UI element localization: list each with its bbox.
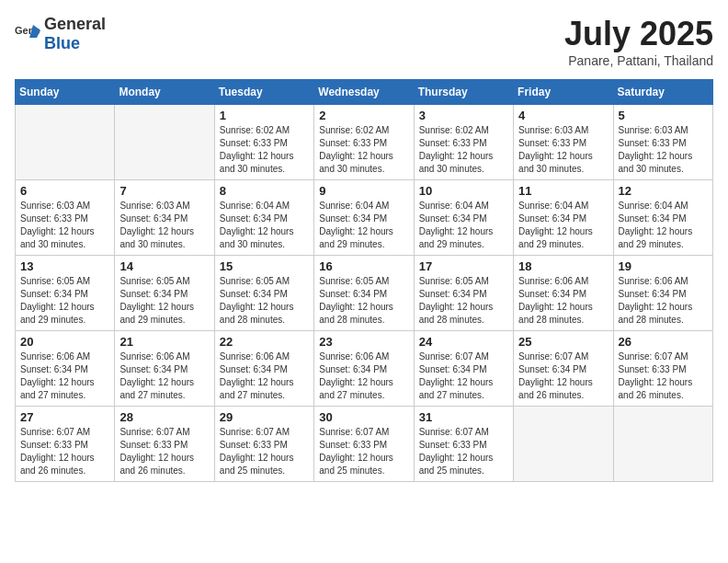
calendar-cell: 25Sunrise: 6:07 AMSunset: 6:34 PMDayligh… [514, 331, 613, 407]
day-detail: Sunrise: 6:06 AMSunset: 6:34 PMDaylight:… [319, 350, 408, 402]
logo: General General Blue [15, 15, 106, 53]
calendar-cell: 10Sunrise: 6:04 AMSunset: 6:34 PMDayligh… [414, 180, 513, 256]
day-number: 16 [319, 259, 408, 273]
calendar-cell [115, 105, 214, 180]
calendar-cell: 1Sunrise: 6:02 AMSunset: 6:33 PMDaylight… [214, 105, 313, 180]
day-number: 21 [119, 335, 209, 349]
weekday-header-saturday: Saturday [613, 80, 712, 105]
calendar-cell: 20Sunrise: 6:06 AMSunset: 6:34 PMDayligh… [16, 331, 115, 407]
day-number: 8 [220, 184, 309, 198]
day-detail: Sunrise: 6:04 AMSunset: 6:34 PMDaylight:… [619, 200, 708, 251]
calendar-cell: 30Sunrise: 6:07 AMSunset: 6:33 PMDayligh… [314, 407, 414, 482]
day-number: 17 [419, 259, 508, 273]
calendar-cell: 5Sunrise: 6:03 AMSunset: 6:33 PMDaylight… [613, 105, 712, 180]
calendar-cell [514, 407, 613, 482]
day-number: 2 [319, 109, 408, 122]
calendar-cell: 29Sunrise: 6:07 AMSunset: 6:33 PMDayligh… [214, 407, 313, 482]
day-detail: Sunrise: 6:03 AMSunset: 6:33 PMDaylight:… [518, 124, 608, 176]
calendar-cell: 2Sunrise: 6:02 AMSunset: 6:33 PMDaylight… [314, 105, 414, 180]
day-detail: Sunrise: 6:04 AMSunset: 6:34 PMDaylight:… [220, 200, 309, 251]
day-detail: Sunrise: 6:05 AMSunset: 6:34 PMDaylight:… [119, 275, 209, 327]
day-detail: Sunrise: 6:05 AMSunset: 6:34 PMDaylight:… [220, 275, 309, 327]
day-number: 18 [518, 259, 608, 273]
day-detail: Sunrise: 6:04 AMSunset: 6:34 PMDaylight:… [419, 200, 508, 251]
weekday-header-tuesday: Tuesday [214, 80, 313, 105]
calendar-week-row: 13Sunrise: 6:05 AMSunset: 6:34 PMDayligh… [16, 256, 713, 331]
day-detail: Sunrise: 6:07 AMSunset: 6:33 PMDaylight:… [119, 426, 209, 477]
day-detail: Sunrise: 6:05 AMSunset: 6:34 PMDaylight:… [319, 275, 408, 327]
calendar-cell: 7Sunrise: 6:03 AMSunset: 6:34 PMDaylight… [115, 180, 214, 256]
calendar-cell: 6Sunrise: 6:03 AMSunset: 6:33 PMDaylight… [16, 180, 115, 256]
weekday-header-friday: Friday [514, 80, 613, 105]
calendar-week-row: 27Sunrise: 6:07 AMSunset: 6:33 PMDayligh… [16, 407, 713, 482]
calendar-week-row: 20Sunrise: 6:06 AMSunset: 6:34 PMDayligh… [16, 331, 713, 407]
calendar-cell: 11Sunrise: 6:04 AMSunset: 6:34 PMDayligh… [514, 180, 613, 256]
day-detail: Sunrise: 6:07 AMSunset: 6:33 PMDaylight:… [220, 426, 309, 477]
day-number: 25 [518, 335, 608, 349]
calendar-week-row: 1Sunrise: 6:02 AMSunset: 6:33 PMDaylight… [16, 105, 713, 180]
calendar-cell: 4Sunrise: 6:03 AMSunset: 6:33 PMDaylight… [514, 105, 613, 180]
day-number: 27 [20, 410, 109, 424]
day-detail: Sunrise: 6:07 AMSunset: 6:33 PMDaylight:… [20, 426, 109, 477]
day-detail: Sunrise: 6:04 AMSunset: 6:34 PMDaylight:… [319, 200, 408, 251]
day-detail: Sunrise: 6:06 AMSunset: 6:34 PMDaylight:… [220, 350, 309, 402]
day-number: 26 [619, 335, 708, 349]
day-number: 19 [619, 259, 708, 273]
calendar-week-row: 6Sunrise: 6:03 AMSunset: 6:33 PMDaylight… [16, 180, 713, 256]
weekday-header-wednesday: Wednesday [314, 80, 414, 105]
logo-blue: Blue [44, 34, 80, 52]
day-number: 12 [619, 184, 708, 198]
day-detail: Sunrise: 6:03 AMSunset: 6:33 PMDaylight:… [619, 124, 708, 176]
day-number: 6 [20, 184, 109, 198]
day-number: 23 [319, 335, 408, 349]
day-number: 14 [119, 259, 209, 273]
day-detail: Sunrise: 6:07 AMSunset: 6:33 PMDaylight:… [419, 426, 508, 477]
day-detail: Sunrise: 6:06 AMSunset: 6:34 PMDaylight:… [518, 275, 608, 327]
calendar-cell: 15Sunrise: 6:05 AMSunset: 6:34 PMDayligh… [214, 256, 313, 331]
calendar-cell: 8Sunrise: 6:04 AMSunset: 6:34 PMDaylight… [214, 180, 313, 256]
day-detail: Sunrise: 6:05 AMSunset: 6:34 PMDaylight:… [419, 275, 508, 327]
calendar-cell: 13Sunrise: 6:05 AMSunset: 6:34 PMDayligh… [16, 256, 115, 331]
day-detail: Sunrise: 6:03 AMSunset: 6:34 PMDaylight:… [119, 200, 209, 251]
day-number: 31 [419, 410, 508, 424]
title-block: July 2025 Panare, Pattani, Thailand [564, 15, 713, 68]
day-detail: Sunrise: 6:07 AMSunset: 6:34 PMDaylight:… [518, 350, 608, 402]
day-number: 7 [119, 184, 209, 198]
calendar-table: SundayMondayTuesdayWednesdayThursdayFrid… [15, 79, 713, 482]
day-number: 30 [319, 410, 408, 424]
day-number: 13 [20, 259, 109, 273]
day-number: 4 [518, 109, 608, 122]
calendar-cell: 24Sunrise: 6:07 AMSunset: 6:34 PMDayligh… [414, 331, 513, 407]
calendar-cell: 17Sunrise: 6:05 AMSunset: 6:34 PMDayligh… [414, 256, 513, 331]
calendar-title: July 2025 [564, 15, 713, 53]
day-number: 10 [419, 184, 508, 198]
day-number: 15 [220, 259, 309, 273]
calendar-cell: 28Sunrise: 6:07 AMSunset: 6:33 PMDayligh… [115, 407, 214, 482]
calendar-cell: 27Sunrise: 6:07 AMSunset: 6:33 PMDayligh… [16, 407, 115, 482]
day-number: 24 [419, 335, 508, 349]
day-detail: Sunrise: 6:06 AMSunset: 6:34 PMDaylight:… [619, 275, 708, 327]
calendar-cell: 22Sunrise: 6:06 AMSunset: 6:34 PMDayligh… [214, 331, 313, 407]
weekday-header-monday: Monday [115, 80, 214, 105]
weekday-header-row: SundayMondayTuesdayWednesdayThursdayFrid… [16, 80, 713, 105]
day-detail: Sunrise: 6:07 AMSunset: 6:34 PMDaylight:… [419, 350, 508, 402]
logo-general: General [44, 15, 106, 33]
day-detail: Sunrise: 6:04 AMSunset: 6:34 PMDaylight:… [518, 200, 608, 251]
calendar-cell: 31Sunrise: 6:07 AMSunset: 6:33 PMDayligh… [414, 407, 513, 482]
weekday-header-thursday: Thursday [414, 80, 513, 105]
calendar-cell: 19Sunrise: 6:06 AMSunset: 6:34 PMDayligh… [613, 256, 712, 331]
day-detail: Sunrise: 6:06 AMSunset: 6:34 PMDaylight:… [20, 350, 109, 402]
calendar-cell: 18Sunrise: 6:06 AMSunset: 6:34 PMDayligh… [514, 256, 613, 331]
calendar-cell: 26Sunrise: 6:07 AMSunset: 6:33 PMDayligh… [613, 331, 712, 407]
day-detail: Sunrise: 6:02 AMSunset: 6:33 PMDaylight:… [220, 124, 309, 176]
day-detail: Sunrise: 6:07 AMSunset: 6:33 PMDaylight:… [619, 350, 708, 402]
calendar-cell [16, 105, 115, 180]
calendar-cell: 16Sunrise: 6:05 AMSunset: 6:34 PMDayligh… [314, 256, 414, 331]
page-header: General General Blue July 2025 Panare, P… [15, 15, 713, 68]
calendar-cell: 21Sunrise: 6:06 AMSunset: 6:34 PMDayligh… [115, 331, 214, 407]
calendar-cell: 9Sunrise: 6:04 AMSunset: 6:34 PMDaylight… [314, 180, 414, 256]
calendar-subtitle: Panare, Pattani, Thailand [564, 53, 713, 68]
day-detail: Sunrise: 6:02 AMSunset: 6:33 PMDaylight:… [419, 124, 508, 176]
calendar-cell: 14Sunrise: 6:05 AMSunset: 6:34 PMDayligh… [115, 256, 214, 331]
weekday-header-sunday: Sunday [16, 80, 115, 105]
